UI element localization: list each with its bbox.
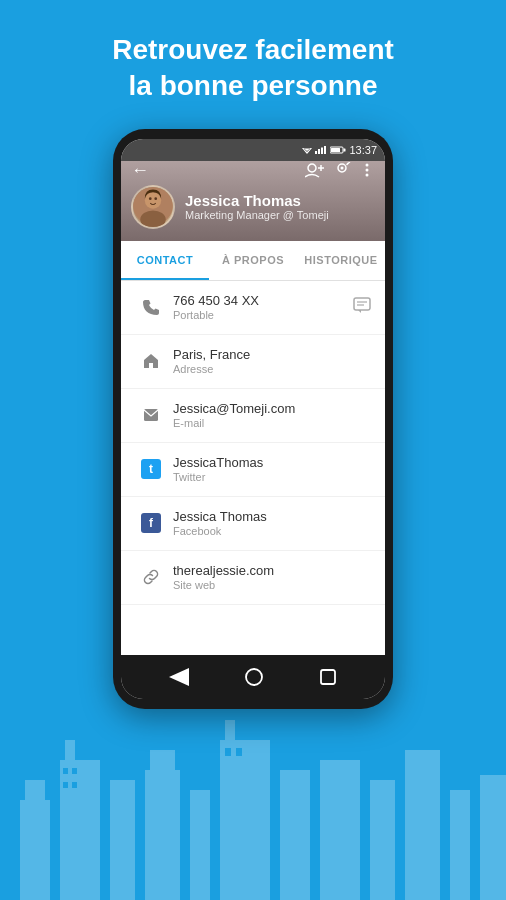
svg-point-36 [341,167,344,170]
email-label: E-mail [173,417,371,429]
nav-bar [121,655,385,699]
contact-list: 766 450 34 XX Portable [121,281,385,655]
svg-rect-8 [220,740,270,900]
nav-home-icon[interactable] [244,667,264,687]
tabs-bar: CONTACT À PROPOS HISTORIQUE [121,241,385,281]
svg-rect-0 [20,800,50,900]
signal-icon [315,146,327,154]
svg-rect-7 [190,790,210,900]
svg-rect-30 [344,148,346,151]
phone-mockup: 13:37 ← [0,129,506,709]
svg-point-43 [145,192,161,208]
svg-point-39 [366,164,369,167]
svg-point-54 [246,669,262,685]
svg-rect-47 [354,298,370,310]
list-item: Paris, France Adresse [121,335,385,389]
svg-rect-3 [65,740,75,765]
add-contact-icon[interactable] [305,162,325,178]
svg-point-32 [308,164,316,172]
list-item: therealjessie.com Site web [121,551,385,605]
address-value: Paris, France [173,347,371,362]
tab-contact[interactable]: CONTACT [121,241,209,280]
list-item: f Jessica Thomas Facebook [121,497,385,551]
svg-rect-2 [60,760,100,900]
facebook-icon: f [135,513,167,533]
phone-value: 766 450 34 XX [173,293,353,308]
battery-icon [330,146,346,154]
svg-rect-4 [110,780,135,900]
svg-rect-13 [405,750,440,900]
tab-apropos[interactable]: À PROPOS [209,241,297,280]
svg-rect-17 [72,768,77,774]
more-options-icon[interactable] [359,162,375,178]
facebook-label: Facebook [173,525,371,537]
svg-rect-9 [225,720,235,745]
phone-icon [135,299,167,315]
website-label: Site web [173,579,371,591]
nav-back-icon[interactable] [169,668,189,686]
svg-rect-28 [324,146,326,154]
twitter-icon: t [135,459,167,479]
svg-rect-16 [63,768,68,774]
phone-label: Portable [173,309,353,321]
twitter-value: JessicaThomas [173,455,371,470]
nav-recents-icon[interactable] [319,668,337,686]
email-content: Jessica@Tomeji.com E-mail [173,401,371,429]
facebook-value: Jessica Thomas [173,509,371,524]
svg-marker-53 [169,668,189,686]
svg-point-46 [154,197,157,200]
list-item: t JessicaThomas Twitter [121,443,385,497]
svg-rect-20 [225,748,231,756]
svg-rect-5 [145,770,180,900]
svg-rect-31 [331,148,340,152]
svg-marker-50 [358,310,361,313]
list-item: Jessica@Tomeji.com E-mail [121,389,385,443]
svg-marker-51 [144,354,158,368]
avatar [131,185,175,229]
phone-content: 766 450 34 XX Portable [173,293,353,321]
back-icon[interactable]: ← [131,160,149,181]
twitter-content: JessicaThomas Twitter [173,455,371,483]
svg-rect-12 [370,780,395,900]
link-icon [135,569,167,585]
facebook-content: Jessica Thomas Facebook [173,509,371,537]
svg-rect-52 [144,409,158,421]
location-icon[interactable] [333,162,351,178]
contact-title: Marketing Manager @ Tomeji [185,209,329,221]
svg-point-40 [366,169,369,172]
headline: Retrouvez facilement la bonne personne [0,0,506,105]
svg-rect-18 [63,782,68,788]
sms-icon[interactable] [353,297,371,318]
svg-rect-21 [236,748,242,756]
address-label: Adresse [173,363,371,375]
contact-details: Jessica Thomas Marketing Manager @ Tomej… [185,192,329,221]
svg-rect-10 [280,770,310,900]
svg-line-38 [347,163,349,165]
svg-rect-15 [480,775,506,900]
svg-rect-6 [150,750,175,775]
email-value: Jessica@Tomeji.com [173,401,371,416]
svg-rect-14 [450,790,470,900]
contact-info-row: Jessica Thomas Marketing Manager @ Tomej… [121,181,385,233]
svg-point-41 [366,174,369,177]
contact-name: Jessica Thomas [185,192,329,209]
app-header: ← [121,161,385,241]
list-item: 766 450 34 XX Portable [121,281,385,335]
home-icon [135,353,167,369]
tab-historique[interactable]: HISTORIQUE [297,241,385,280]
twitter-label: Twitter [173,471,371,483]
svg-point-45 [149,197,152,200]
wifi-icon [302,146,312,154]
email-icon [135,408,167,422]
svg-rect-11 [320,760,360,900]
address-content: Paris, France Adresse [173,347,371,375]
website-content: therealjessie.com Site web [173,563,371,591]
svg-rect-19 [72,782,77,788]
svg-rect-1 [25,780,45,805]
svg-rect-55 [321,670,335,684]
website-value: therealjessie.com [173,563,371,578]
